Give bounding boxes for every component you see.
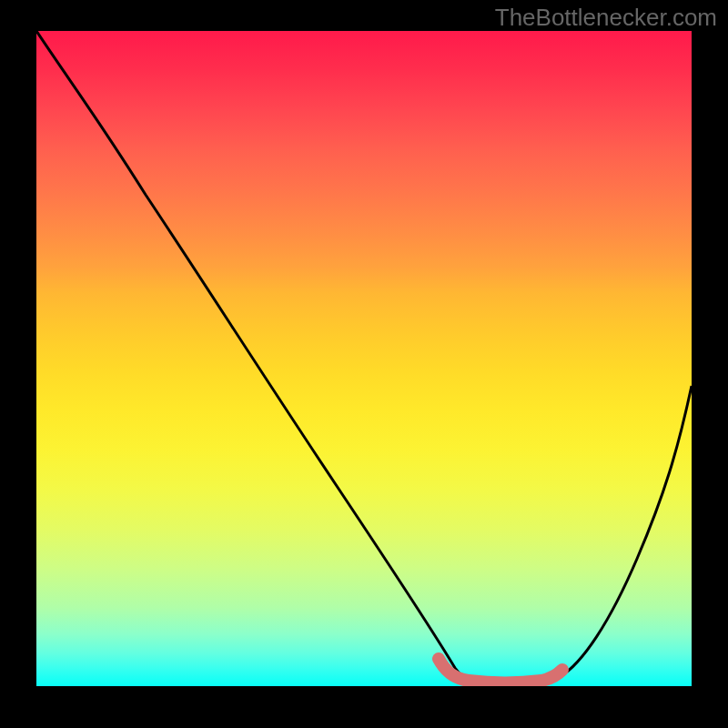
curve-layer	[36, 31, 692, 686]
watermark-text: TheBottlenecker.com	[495, 4, 717, 32]
bottleneck-curve	[36, 31, 692, 684]
chart-area	[36, 31, 692, 686]
chart-container: TheBottlenecker.com	[0, 0, 728, 728]
optimal-range-marker	[439, 659, 562, 682]
